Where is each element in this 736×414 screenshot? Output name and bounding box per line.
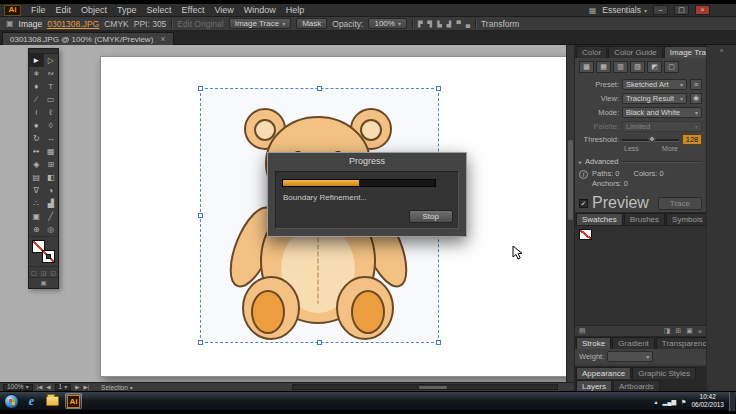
preset-dropdown[interactable]: Sketched Art ▾ (622, 79, 687, 90)
maximize-button[interactable]: ▢ (674, 5, 689, 15)
rectangle-tool[interactable]: ▭ (44, 93, 59, 106)
tab-swatches[interactable]: Swatches (576, 213, 623, 225)
linked-file-name[interactable]: 0301308.JPG (47, 19, 99, 29)
menu-effect[interactable]: Effect (177, 4, 210, 17)
align-left-icon[interactable]: ▛ (418, 20, 423, 27)
menu-view[interactable]: View (209, 4, 238, 17)
scale-tool[interactable]: ↔ (44, 132, 59, 145)
pasteboard[interactable]: ► ▷ ∗ ∾ ♦ T ∕ ▭ ≀ ℓ ● ◊ ↻ ↔ ↭ ▦ ◈ ⊞ ▤ ◧ (0, 45, 574, 382)
transform-link[interactable]: Transform (481, 19, 519, 29)
free-transform-tool[interactable]: ▦ (44, 145, 59, 158)
vertical-scrollbar[interactable] (566, 45, 574, 382)
artboard-number-dropdown[interactable]: 1 ▾ (55, 384, 72, 391)
menu-help[interactable]: Help (281, 4, 310, 17)
minimize-button[interactable]: – (653, 5, 668, 15)
menu-window[interactable]: Window (239, 4, 281, 17)
opacity-dropdown[interactable]: 100% ▾ (368, 18, 406, 29)
tab-color[interactable]: Color (576, 46, 607, 58)
mode-dropdown[interactable]: Black and White ▾ (622, 107, 702, 118)
shape-builder-tool[interactable]: ◈ (29, 158, 44, 171)
network-icon[interactable]: ▂▄▆ (663, 398, 676, 405)
mesh-tool[interactable]: ▤ (29, 171, 44, 184)
vertical-scrollbar-thumb[interactable] (568, 140, 573, 220)
blob-brush-tool[interactable]: ● (29, 119, 44, 132)
menu-edit[interactable]: Edit (51, 4, 77, 17)
explorer-folder-icon[interactable] (44, 393, 61, 409)
selection-handle[interactable] (436, 340, 441, 345)
swatch-libraries-icon[interactable]: ▤ (579, 327, 586, 335)
direct-selection-tool[interactable]: ▷ (44, 54, 59, 67)
next-artboard-icon[interactable]: ▶ (75, 384, 79, 390)
grayscale-preset-icon[interactable]: ▨ (630, 61, 645, 73)
stop-button[interactable]: Stop (409, 210, 453, 223)
threshold-slider-thumb[interactable] (648, 135, 656, 143)
menu-object[interactable]: Object (76, 4, 112, 17)
delete-swatch-icon[interactable]: × (698, 328, 702, 335)
collapse-panels-icon[interactable]: » (720, 47, 724, 54)
screen-mode-button[interactable]: ▣ (29, 277, 58, 288)
type-tool[interactable]: T (44, 80, 59, 93)
outline-preset-icon[interactable]: ▢ (664, 61, 679, 73)
menu-file[interactable]: File (26, 4, 51, 17)
selection-handle[interactable] (317, 86, 322, 91)
selection-handle[interactable] (198, 86, 203, 91)
swatch-kinds-icon[interactable]: ◨ (664, 327, 671, 335)
status-indicator[interactable]: Selection ▾ (101, 384, 133, 391)
workspace-selector[interactable]: Essentials ▾ (602, 5, 647, 15)
mask-button[interactable]: Mask (296, 18, 327, 29)
paintbrush-tool[interactable]: ≀ (29, 106, 44, 119)
low-color-preset-icon[interactable]: ▥ (613, 61, 628, 73)
tab-symbols[interactable]: Symbols (666, 213, 709, 225)
draw-behind-mode-button[interactable]: ◲ (39, 267, 49, 277)
threshold-value[interactable]: 128 (682, 134, 702, 145)
blend-tool[interactable]: ◑ (44, 184, 59, 197)
preset-menu-icon[interactable]: ≡ (690, 79, 702, 90)
align-middle-icon[interactable]: ▀ (456, 21, 460, 27)
black-and-white-preset-icon[interactable]: ◩ (647, 61, 662, 73)
tab-gradient[interactable]: Gradient (612, 337, 655, 349)
first-artboard-icon[interactable]: |◀ (37, 384, 43, 390)
tab-brushes[interactable]: Brushes (624, 213, 665, 225)
preview-eye-icon[interactable]: ◉ (690, 93, 702, 104)
align-bottom-icon[interactable]: ▄ (466, 21, 470, 27)
selection-handle[interactable] (317, 340, 322, 345)
gradient-tool[interactable]: ◧ (44, 171, 59, 184)
new-swatch-icon[interactable]: ▣ (686, 327, 693, 335)
align-top-icon[interactable]: ▟ (447, 20, 452, 27)
draw-normal-mode-button[interactable]: ▢ (29, 267, 39, 277)
show-hidden-icons-icon[interactable]: ▴ (655, 398, 658, 405)
action-center-flag-icon[interactable]: ⚑ (681, 398, 686, 405)
show-desktop-button[interactable] (729, 392, 735, 411)
pen-tool[interactable]: ♦ (29, 80, 44, 93)
threshold-slider[interactable] (622, 133, 679, 145)
selection-handle[interactable] (198, 340, 203, 345)
zoom-level-dropdown[interactable]: 100% ▾ (3, 384, 33, 391)
magic-wand-tool[interactable]: ∗ (29, 67, 44, 80)
stroke-weight-dropdown[interactable]: ▾ (607, 351, 653, 362)
auto-color-preset-icon[interactable]: ▩ (579, 61, 594, 73)
symbol-sprayer-tool[interactable]: ∴ (29, 197, 44, 210)
illustrator-taskbar-button[interactable]: Ai (65, 393, 82, 409)
high-color-preset-icon[interactable]: ▦ (596, 61, 611, 73)
internet-explorer-icon[interactable]: e (23, 393, 40, 409)
selection-tool[interactable]: ► (29, 54, 44, 67)
rotate-tool[interactable]: ↻ (29, 132, 44, 145)
view-dropdown[interactable]: Tracing Result ▾ (622, 93, 687, 104)
image-trace-button[interactable]: Image Trace ▾ (229, 18, 291, 29)
start-button[interactable] (4, 394, 19, 409)
width-tool[interactable]: ↭ (29, 145, 44, 158)
tab-graphic-styles[interactable]: Graphic Styles (632, 367, 696, 379)
artboard-tool[interactable]: ▣ (29, 210, 44, 223)
slice-tool[interactable]: ╱ (44, 210, 59, 223)
preview-checkbox[interactable]: ✓ (579, 199, 588, 208)
zoom-tool[interactable]: ◎ (44, 223, 59, 236)
align-center-icon[interactable]: ▜ (428, 20, 433, 27)
document-tab[interactable]: 0301308.JPG @ 100% (CMYK/Preview) × (2, 32, 174, 45)
advanced-disclosure[interactable]: Advanced (585, 157, 618, 166)
close-tab-icon[interactable]: × (160, 35, 165, 44)
stroke-color-swatch[interactable] (42, 250, 55, 263)
tab-stroke[interactable]: Stroke (576, 337, 611, 349)
previous-artboard-icon[interactable]: ◀ (46, 384, 50, 390)
eyedropper-tool[interactable]: ∇ (29, 184, 44, 197)
last-artboard-icon[interactable]: ▶| (83, 384, 89, 390)
